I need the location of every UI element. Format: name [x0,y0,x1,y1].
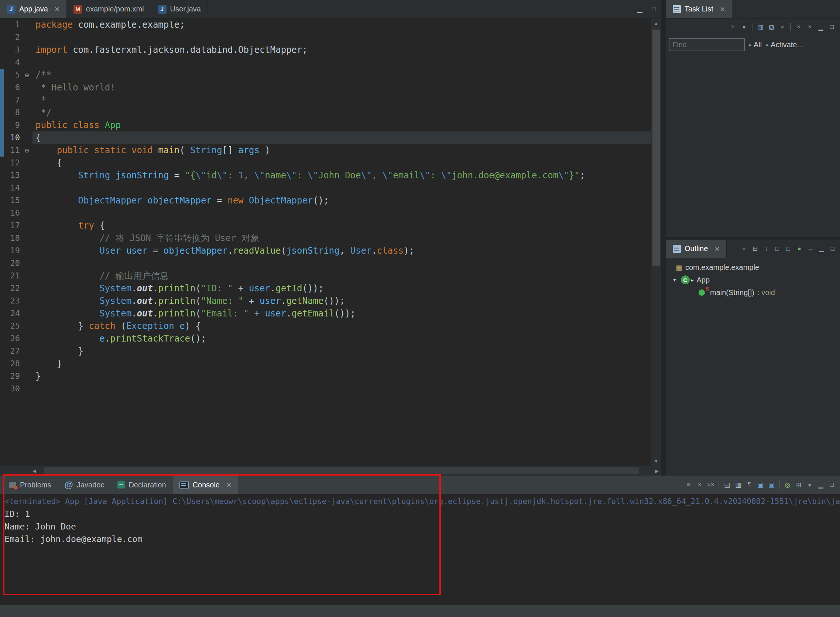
hide-static-members-icon[interactable]: □ [783,244,793,254]
find-input[interactable] [669,38,745,51]
line-number[interactable]: 27 [0,345,21,357]
code-line-17[interactable]: 17 try { [0,219,651,232]
scheduled-icon[interactable]: ▧ [766,22,777,32]
tab-user-java[interactable]: J User.java [151,0,208,18]
line-number[interactable]: 23 [0,295,21,307]
close-icon[interactable]: × [226,480,232,489]
maximize-icon[interactable]: □ [827,480,837,490]
tab-app-java[interactable]: J App.java × [0,0,67,18]
minimize-icon[interactable]: ▁ [633,0,647,18]
code-line-10[interactable]: 10{ [0,131,651,144]
line-number[interactable]: 22 [0,282,21,295]
code-line-22[interactable]: 22 System.out.println("ID: " + user.getI… [0,282,651,295]
tab-console[interactable]: Console × [173,475,238,494]
vertical-scrollbar[interactable]: ▲ ▼ [651,18,661,466]
word-wrap-icon[interactable]: ¶ [744,480,754,490]
minimize-icon[interactable]: ▁ [816,22,826,32]
code-line-14[interactable]: 14 [0,182,651,194]
task-list-body[interactable] [666,54,840,237]
scroll-lock-icon[interactable]: ▥ [733,480,743,490]
show-stderr-icon[interactable]: ▣ [766,480,777,490]
collapse-all-icon[interactable]: ⊟ [750,244,760,254]
fold-icon[interactable]: ⊖ [21,69,32,81]
scroll-down-icon[interactable]: ▼ [654,458,659,464]
scroll-up-icon[interactable]: ▲ [654,21,659,26]
filter-icon[interactable]: × [805,22,815,32]
fold-icon[interactable]: ⊖ [21,144,32,156]
code-line-6[interactable]: 6 * Hello world! [0,81,651,94]
line-number[interactable]: 21 [0,270,21,282]
code-line-19[interactable]: 19 User user = objectMapper.readValue(js… [0,244,651,257]
line-number[interactable]: 24 [0,307,21,320]
outline-node-package[interactable]: ▦ com.example.example [666,261,840,274]
code-line-28[interactable]: 28 } [0,357,651,370]
hide-non-public-icon[interactable]: ● [794,244,805,254]
code-line-1[interactable]: 1package com.example.example; [0,18,651,31]
code-line-8[interactable]: 8 */ [0,106,651,119]
tab-pom-xml[interactable]: M example/pom.xml [67,0,151,18]
code-line-21[interactable]: 21 // 输出用户信息 [0,270,651,282]
code-line-15[interactable]: 15 ObjectMapper objectMapper = new Objec… [0,194,651,207]
tab-problems[interactable]: Problems [2,475,58,494]
remove-all-launches-icon[interactable]: ×× [706,480,716,490]
dropdown-icon[interactable]: ▾ [805,480,815,490]
line-number[interactable]: 13 [0,169,21,182]
focus-on-workweek-icon[interactable]: ● [777,22,788,32]
hide-completed-icon[interactable]: × [793,22,804,32]
code-line-20[interactable]: 20 [0,257,651,270]
dropdown-icon[interactable]: ▾ [739,22,749,32]
tab-outline[interactable]: Outline × [666,240,727,258]
code-line-23[interactable]: 23 System.out.println("Name: " + user.ge… [0,295,651,307]
maximize-icon[interactable]: □ [647,0,661,18]
scroll-left-icon[interactable]: ◀ [32,468,36,474]
maximize-icon[interactable]: □ [827,22,837,32]
line-number[interactable]: 4 [0,56,21,69]
code-line-4[interactable]: 4 [0,56,651,69]
code-line-11[interactable]: 11⊖ public static void main( String[] ar… [0,144,651,156]
code-line-25[interactable]: 25 } catch (Exception e) { [0,320,651,332]
scroll-right-icon[interactable]: ▶ [655,468,659,474]
line-number[interactable]: 25 [0,320,21,332]
console-output[interactable]: <terminated> App [Java Application] C:\U… [0,494,840,605]
link-with-editor-icon[interactable]: ↔ [805,244,816,254]
focus-icon[interactable]: ● [739,244,749,254]
tab-declaration[interactable]: Declaration [111,475,173,494]
close-icon[interactable]: × [55,5,60,14]
tab-javadoc[interactable]: @ Javadoc [58,475,111,494]
code-line-12[interactable]: 12 { [0,156,651,169]
line-number[interactable]: 28 [0,357,21,370]
outline-node-method[interactable]: S main(String[]) : void [666,286,840,299]
line-number[interactable]: 29 [0,370,21,382]
panel-divider[interactable] [661,0,666,475]
line-number[interactable]: 2 [0,31,21,44]
close-icon[interactable]: × [720,5,725,14]
sort-icon[interactable]: ↓ [761,244,771,254]
code-line-3[interactable]: 3import com.fasterxml.jackson.databind.O… [0,44,651,56]
new-task-icon[interactable]: + [728,22,738,32]
tab-task-list[interactable]: Task List × [666,0,732,18]
maximize-icon[interactable]: □ [827,244,838,254]
categorized-icon[interactable]: ▦ [755,22,765,32]
scrollbar-thumb[interactable] [44,468,639,474]
line-number[interactable]: 18 [0,232,21,244]
code-editor[interactable]: 1package com.example.example;23import co… [0,18,661,466]
line-number[interactable]: 14 [0,182,21,194]
line-number[interactable]: 15 [0,194,21,207]
remove-launch-icon[interactable]: × [695,480,705,490]
minimize-icon[interactable]: ▁ [816,480,826,490]
pin-console-icon[interactable]: ◎ [782,480,793,490]
code-line-29[interactable]: 29} [0,370,651,382]
clear-console-icon[interactable]: ▤ [722,480,732,490]
line-number[interactable]: 19 [0,244,21,257]
line-number[interactable]: 26 [0,332,21,345]
code-line-26[interactable]: 26 e.printStackTrace(); [0,332,651,345]
close-icon[interactable]: × [715,244,720,253]
code-line-13[interactable]: 13 String jsonString = "{\"id\": 1, \"na… [0,169,651,182]
chevron-down-icon[interactable]: ▾ [671,277,678,283]
outline-node-class[interactable]: ▾ C ▸ App [666,274,840,286]
open-console-icon[interactable]: ⊞ [793,480,804,490]
code-line-7[interactable]: 7 * [0,94,651,106]
code-line-9[interactable]: 9public class App [0,119,651,131]
code-line-5[interactable]: 5⊖/** [0,69,651,81]
line-number[interactable]: 20 [0,257,21,270]
